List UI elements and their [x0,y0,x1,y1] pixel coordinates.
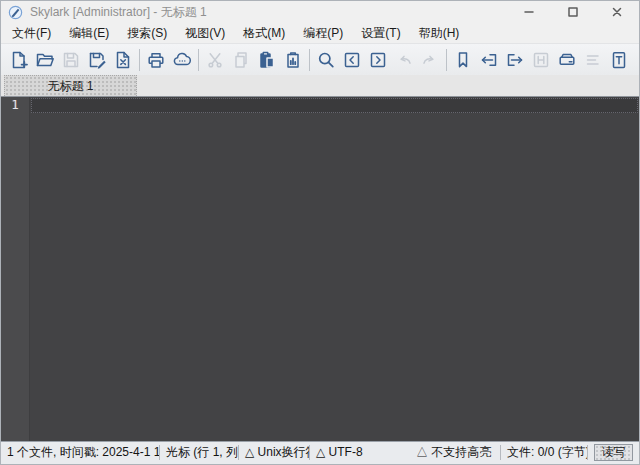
menu-format[interactable]: 格式(M) [234,23,294,44]
tab-untitled-1[interactable]: 无标题 1 [4,75,137,96]
open-folder-button[interactable] [32,47,58,73]
minimize-button[interactable] [507,1,551,23]
print-button[interactable] [143,47,169,73]
nav-forward-button[interactable] [502,47,528,73]
line-number-gutter: 1 [1,97,30,441]
hex-view-button [528,47,554,73]
nav-forward-icon [505,50,525,70]
save-as-icon [87,50,107,70]
current-line-highlight [31,98,638,113]
redo-icon [420,50,440,70]
window-title: Skylark [Administrator] - 无标题 1 [30,4,207,21]
menu-search[interactable]: 搜索(S) [118,23,176,44]
cloud-button[interactable] [169,47,195,73]
sort-icon [583,50,603,70]
drive-icon [557,50,577,70]
find-next-button[interactable] [365,47,391,73]
menu-view[interactable]: 视图(V) [176,23,234,44]
close-file-icon [113,50,133,70]
find-prev-button[interactable] [339,47,365,73]
find-next-icon [368,50,388,70]
sort-button [580,47,606,73]
line-number: 1 [1,98,29,112]
close-file-button[interactable] [110,47,136,73]
paste-button[interactable] [254,47,280,73]
maximize-button[interactable] [551,1,595,23]
minimize-icon [524,3,534,21]
undo-icon [394,50,414,70]
menu-program[interactable]: 编程(P) [294,23,352,44]
tab-bar: 无标题 1 [1,75,639,97]
cut-button [202,47,228,73]
open-folder-icon [35,50,55,70]
find-prev-icon [342,50,362,70]
stats-clipboard-icon [283,50,303,70]
menu-edit[interactable]: 编辑(E) [60,23,118,44]
new-file-button[interactable] [6,47,32,73]
status-bar: 1 个文件, 时间戳: 2025-4-1 14:09光标 (行 1, 列 1)△… [1,441,639,462]
text-surface[interactable] [30,97,639,441]
undo-button [391,47,417,73]
window-bottom-border [1,462,639,464]
app-window: Skylark [Administrator] - 无标题 1 文件(F)编辑(… [0,0,640,465]
toolbar-group-2 [143,47,195,73]
cloud-icon [172,50,192,70]
maximize-icon [568,3,578,21]
menu-file[interactable]: 文件(F) [3,23,60,44]
copy-button [228,47,254,73]
window-controls [507,1,639,23]
toolbar-separator [139,49,140,71]
toolbar [1,43,639,75]
close-icon [612,3,622,21]
menu-bar: 文件(F)编辑(E)搜索(S)视图(V)格式(M)编程(P)设置(T)帮助(H) [1,23,639,43]
save-icon [61,50,81,70]
status-separator [587,445,588,460]
menu-help[interactable]: 帮助(H) [410,23,469,44]
status-encoding: △ UTF-8 [310,445,410,459]
status-file-info: 1 个文件, 时间戳: 2025-4-1 14:09 [1,444,159,461]
bookmark-icon [453,50,473,70]
stats-clipboard-button[interactable] [280,47,306,73]
close-button[interactable] [595,1,639,23]
bookmark-button[interactable] [450,47,476,73]
redo-button [417,47,443,73]
toolbar-group-1 [6,47,136,73]
new-file-icon [9,50,29,70]
toolbar-separator [446,49,447,71]
menu-settings[interactable]: 设置(T) [352,23,409,44]
tab-label: 无标题 1 [47,78,93,95]
toolbar-group-3 [202,47,306,73]
toolbar-separator [309,49,310,71]
nav-back-button[interactable] [476,47,502,73]
save-button [58,47,84,73]
nav-back-icon [479,50,499,70]
status-cursor: 光标 (行 1, 列 1) [160,444,238,461]
toolbar-group-5 [450,47,632,73]
search-button[interactable] [313,47,339,73]
hex-view-icon [531,50,551,70]
toolbar-separator [198,49,199,71]
status-line-ending: △ Unix换行符 (\n) [239,444,309,461]
drive-button[interactable] [554,47,580,73]
text-format-button[interactable] [606,47,632,73]
paste-icon [257,50,277,70]
title-bar: Skylark [Administrator] - 无标题 1 [1,1,639,23]
status-file-size: 文件: 0/0 (字节) [501,444,587,461]
copy-icon [231,50,251,70]
toolbar-group-4 [313,47,443,73]
status-highlight: △ 不支持高亮 [410,444,500,461]
print-icon [146,50,166,70]
skylark-pen-icon [8,5,23,20]
editor-area[interactable]: 1 [1,97,639,441]
save-as-button[interactable] [84,47,110,73]
search-icon [316,50,336,70]
status-mode[interactable]: 读写 [594,444,633,461]
cut-icon [205,50,225,70]
text-format-icon [609,50,629,70]
